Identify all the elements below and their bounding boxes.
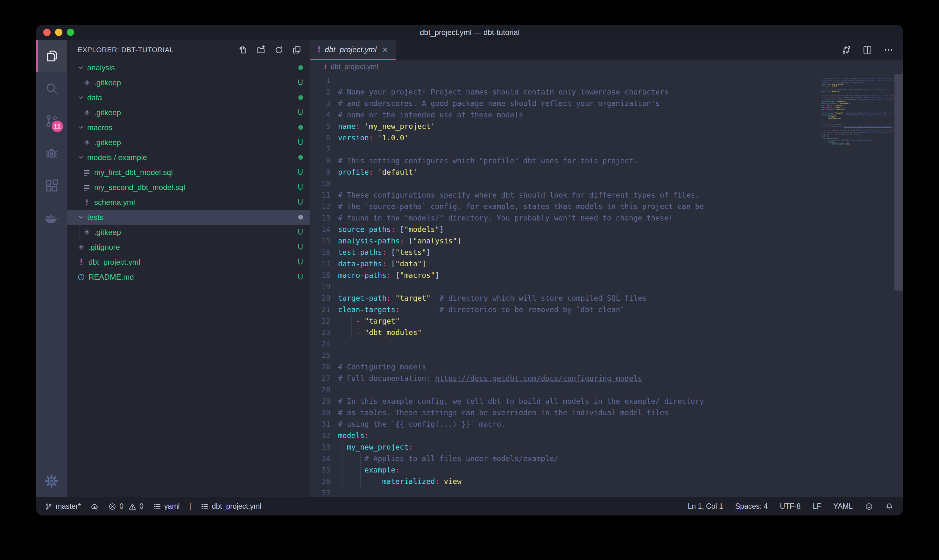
code-line-30[interactable]: 30# as tables. These settings can be ove… (310, 407, 820, 418)
tab-bar-empty (396, 40, 841, 60)
minimap[interactable]: # Name your project! Project names shoul… (822, 75, 893, 147)
editor[interactable]: 12# Name your project! Project names sho… (310, 74, 903, 497)
status-language-mode[interactable]: YAML (833, 502, 853, 511)
refresh-button[interactable] (274, 45, 284, 55)
code-line-18[interactable]: 18macro-paths: ["macros"] (310, 269, 820, 281)
code-line-25[interactable]: 25 (310, 350, 820, 361)
status-cursor-position[interactable]: Ln 1, Col 1 (688, 502, 723, 511)
tree-file-dbt-project-yml[interactable]: !dbt_project.ymlU (67, 255, 310, 269)
tree-file-my-first-dbt-model-sql[interactable]: my_first_dbt_model.sqlU (67, 165, 310, 180)
tree-item-label: analysis (87, 63, 115, 72)
chevron-down-icon[interactable] (76, 124, 85, 131)
smiley-icon (865, 502, 873, 511)
code-line-2[interactable]: 2# Name your project! Project names shou… (310, 86, 820, 98)
code-line-33[interactable]: 33 my_new_project: (310, 441, 820, 453)
code-line-12[interactable]: 12# The `source-paths` config, for examp… (310, 201, 820, 212)
activity-item-source-control[interactable]: 11 (36, 105, 67, 137)
tab-close-icon[interactable]: × (382, 45, 388, 54)
open-changes-button[interactable] (841, 45, 851, 55)
tree-folder-data[interactable]: data (67, 90, 310, 105)
collapse-all-button[interactable] (292, 45, 302, 55)
code-line-1[interactable]: 1 (310, 75, 820, 86)
chevron-down-icon[interactable] (76, 94, 85, 101)
code-line-17[interactable]: 17data-paths: ["data"] (310, 258, 820, 269)
chevron-down-icon[interactable] (76, 214, 85, 221)
code-line-7[interactable]: 7 (310, 143, 820, 155)
status-yaml-schema[interactable]: yaml (153, 502, 180, 511)
tree-file--gitignore[interactable]: .gitignoreU (67, 240, 310, 255)
code-line-29[interactable]: 29# In this example config, we tell dbt … (310, 395, 820, 407)
more-actions-button[interactable] (883, 45, 893, 55)
close-button[interactable] (43, 29, 51, 36)
code-line-34[interactable]: 34 # Applies to all files under models/e… (310, 453, 820, 464)
code-area[interactable]: 12# Name your project! Project names sho… (310, 75, 820, 497)
breadcrumb-file[interactable]: dbt_project.yml (331, 63, 378, 71)
new-file-button[interactable] (238, 45, 248, 55)
status-indentation[interactable]: Spaces: 4 (735, 502, 768, 511)
code-line-14[interactable]: 14source-paths: ["models"] (310, 224, 820, 235)
tree-file--gitkeep[interactable]: .gitkeepU (67, 75, 310, 90)
new-folder-button[interactable] (256, 45, 266, 55)
code-line-19[interactable]: 19 (310, 281, 820, 292)
code-line-24[interactable]: 24 (310, 338, 820, 350)
tree-file-schema-yml[interactable]: !schema.ymlU (67, 195, 310, 210)
tree-folder-macros[interactable]: macros (67, 120, 310, 135)
code-line-3[interactable]: 3# and underscores. A good package name … (310, 98, 820, 109)
list-selection-icon (153, 502, 162, 511)
tab-dbt-project-yml[interactable]: ! dbt_project.yml × (310, 40, 396, 60)
code-line-31[interactable]: 31# using the `{{ config(...) }}` macro. (310, 418, 820, 430)
code-line-36[interactable]: 36 materialized: view (310, 476, 820, 487)
chevron-down-icon[interactable] (76, 154, 85, 161)
status-feedback[interactable] (865, 502, 873, 511)
tree-folder-tests[interactable]: tests (67, 210, 310, 225)
zoom-button[interactable] (67, 29, 74, 36)
code-line-20[interactable]: 20target-path: "target" # directory whic… (310, 292, 820, 304)
status-git-branch[interactable]: master* (45, 502, 81, 511)
status-yaml-file[interactable]: dbt_project.yml (200, 502, 261, 511)
split-editor-button[interactable] (862, 45, 873, 55)
code-line-22[interactable]: 22 - "target" (310, 315, 820, 327)
breadcrumb[interactable]: ! dbt_project.yml (310, 60, 903, 74)
code-line-10[interactable]: 10 (310, 178, 820, 189)
code-line-21[interactable]: 21clean-targets: # directories to be rem… (310, 304, 820, 315)
activity-item-run-debug[interactable] (36, 137, 67, 169)
code-line-9[interactable]: 9profile: 'default' (310, 166, 820, 178)
code-line-23[interactable]: 23 - "dbt_modules" (310, 327, 820, 338)
activity-item-explorer[interactable] (36, 40, 67, 72)
code-line-4[interactable]: 4# name or the intended use of these mod… (310, 109, 820, 121)
tree-folder-models-example[interactable]: models / example (67, 150, 310, 165)
activity-item-settings[interactable] (36, 465, 67, 497)
tree-file--gitkeep[interactable]: .gitkeepU (67, 225, 310, 240)
status-eol[interactable]: LF (813, 502, 821, 511)
tree-file-my-second-dbt-model-sql[interactable]: my_second_dbt_model.sqlU (67, 180, 310, 195)
minimize-button[interactable] (55, 29, 62, 36)
line-number: 18 (310, 269, 338, 281)
code-line-27[interactable]: 27# Full documentation: https://docs.get… (310, 372, 820, 384)
code-line-28[interactable]: 28 (310, 384, 820, 395)
code-line-35[interactable]: 35 example: (310, 464, 820, 476)
code-line-15[interactable]: 15analysis-paths: ["analysis"] (310, 235, 820, 246)
status-publish-changes[interactable] (91, 502, 99, 511)
code-line-32[interactable]: 32models: (310, 430, 820, 441)
code-line-26[interactable]: 26# Configuring models (310, 361, 820, 372)
activity-item-docker[interactable] (36, 202, 67, 234)
tree-file-readme-md[interactable]: README.mdU (67, 269, 310, 285)
tree-folder-analysis[interactable]: analysis (67, 60, 310, 75)
code-line-13[interactable]: 13# found in the "models/" directory. Yo… (310, 212, 820, 224)
code-line-6[interactable]: 6version: '1.0.0' (310, 132, 820, 143)
activity-item-search[interactable] (36, 72, 67, 105)
code-line-16[interactable]: 16test-paths: ["tests"] (310, 246, 820, 258)
tree-file--gitkeep[interactable]: .gitkeepU (67, 105, 310, 120)
code-line-37[interactable]: 37 (310, 487, 820, 497)
line-number: 27 (310, 372, 338, 384)
tree-file--gitkeep[interactable]: .gitkeepU (67, 135, 310, 150)
code-line-11[interactable]: 11# These configurations specify where d… (310, 189, 820, 201)
status-encoding[interactable]: UTF-8 (780, 502, 800, 511)
status-notifications[interactable] (885, 502, 893, 511)
chevron-down-icon[interactable] (76, 64, 85, 71)
status-problems[interactable]: 00 (108, 502, 143, 511)
editor-scrollbar-thumb[interactable] (894, 74, 903, 291)
code-line-8[interactable]: 8# This setting configures which "profil… (310, 155, 820, 166)
activity-item-extensions[interactable] (36, 169, 67, 202)
code-line-5[interactable]: 5name: 'my_new_project' (310, 121, 820, 132)
